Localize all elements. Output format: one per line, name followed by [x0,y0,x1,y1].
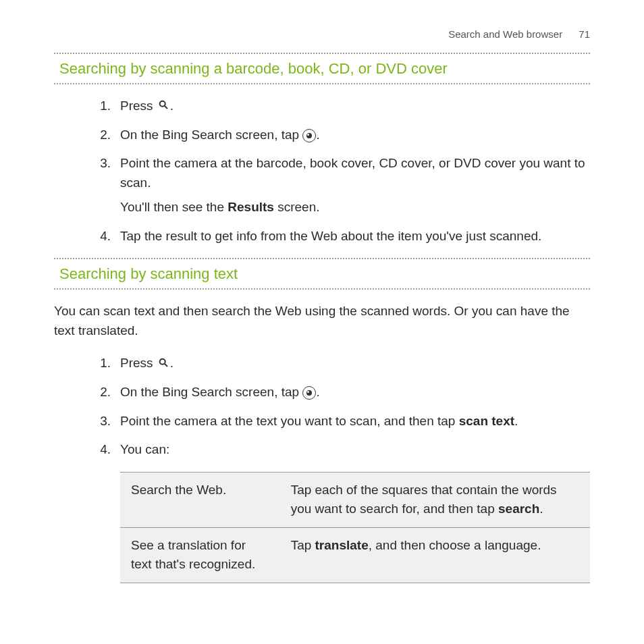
section2-step3: 3. Point the camera at the text you want… [95,412,590,431]
svg-line-3 [165,364,167,367]
section1-steps: 1. Press . 2. On the Bing Search screen,… [95,97,590,246]
step-text: On the Bing Search screen, tap [120,128,302,142]
table-cell-right: Tap translate, and then choose a languag… [280,527,590,583]
scan-text-bold: scan text [459,414,514,428]
search-icon [158,354,169,374]
table-row: See a translation for text that's recogn… [120,527,590,583]
step-text: Press [120,99,157,113]
step-text-end: . [170,356,173,370]
section2-step1: 1. Press . [95,354,590,373]
svg-point-0 [160,101,165,107]
translate-bold: translate [315,538,369,552]
step-number: 2. [95,126,111,145]
search-bold: search [498,502,539,516]
step-number: 1. [95,97,111,116]
options-table: Search the Web. Tap each of the squares … [120,472,590,583]
table-cell-left: Search the Web. [120,472,280,527]
step-text-end: . [316,128,319,142]
step-text-end: . [316,385,319,399]
step-number: 3. [95,154,111,173]
section2-step2: 2. On the Bing Search screen, tap . [95,383,590,402]
step-number: 2. [95,383,111,402]
section1-step4: 4. Tap the result to get info from the W… [95,227,590,246]
step-number: 3. [95,412,111,431]
section2-steps: 1. Press . 2. On the Bing Search screen,… [95,354,590,460]
section1-step2: 2. On the Bing Search screen, tap . [95,126,590,145]
step-text: Point the camera at the barcode, book co… [120,156,585,190]
table-cell-right: Tap each of the squares that contain the… [280,472,590,527]
svg-point-2 [160,359,165,365]
section1-step3: 3. Point the camera at the barcode, book… [95,154,590,217]
step-text: Tap the result to get info from the Web … [120,229,541,243]
step-text: On the Bing Search screen, tap [120,385,302,399]
header-page-number: 71 [579,28,590,40]
svg-line-1 [165,106,167,109]
page-header: Search and Web browser 71 [54,27,590,43]
step-text: You can: [120,442,169,456]
table-row: Search the Web. Tap each of the squares … [120,472,590,527]
section1-step1: 1. Press . [95,97,590,116]
step-number: 1. [95,354,111,373]
table-cell-left: See a translation for text that's recogn… [120,527,280,583]
results-bold: Results [227,200,274,214]
step-text-end: . [170,99,173,113]
search-icon [158,97,169,116]
step-text-end: . [514,414,518,428]
step-text: Press [120,356,157,370]
header-section-title: Search and Web browser [448,28,562,40]
section2-step4: 4. You can: [95,440,590,460]
section1-title: Searching by scanning a barcode, book, C… [54,54,590,83]
eye-icon [302,386,316,400]
eye-icon [302,129,316,142]
section2-title: Searching by scanning text [54,259,590,288]
section2-intro: You can scan text and then search the We… [54,302,590,340]
step-number: 4. [95,440,111,460]
step-subtext: You'll then see the Results screen. [120,198,590,217]
step-text: Point the camera at the text you want to… [120,414,459,428]
step-number: 4. [95,227,111,246]
